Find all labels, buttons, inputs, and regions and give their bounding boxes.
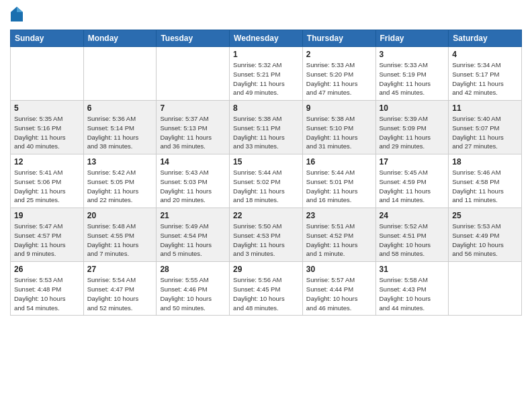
- day-info: Sunrise: 5:46 AM Sunset: 4:58 PM Dayligh…: [452, 168, 518, 205]
- calendar-cell: 14Sunrise: 5:43 AM Sunset: 5:03 PM Dayli…: [157, 154, 230, 208]
- calendar-cell: [83, 47, 157, 101]
- day-info: Sunrise: 5:38 AM Sunset: 5:11 PM Dayligh…: [233, 114, 299, 151]
- day-info: Sunrise: 5:51 AM Sunset: 4:52 PM Dayligh…: [306, 222, 372, 259]
- day-info: Sunrise: 5:39 AM Sunset: 5:09 PM Dayligh…: [380, 114, 445, 151]
- calendar-cell: 11Sunrise: 5:40 AM Sunset: 5:07 PM Dayli…: [449, 101, 522, 154]
- day-info: Sunrise: 5:35 AM Sunset: 5:16 PM Dayligh…: [14, 114, 80, 151]
- day-number: 29: [233, 265, 299, 274]
- svg-marker-1: [17, 7, 23, 12]
- day-number: 13: [87, 157, 153, 167]
- day-info: Sunrise: 5:57 AM Sunset: 4:44 PM Dayligh…: [306, 275, 372, 312]
- day-info: Sunrise: 5:33 AM Sunset: 5:20 PM Dayligh…: [306, 60, 372, 97]
- calendar-cell: 27Sunrise: 5:54 AM Sunset: 4:47 PM Dayli…: [83, 262, 157, 316]
- day-number: 25: [452, 211, 518, 220]
- day-info: Sunrise: 5:48 AM Sunset: 4:55 PM Dayligh…: [87, 222, 153, 259]
- day-number: 21: [160, 211, 226, 220]
- day-info: Sunrise: 5:44 AM Sunset: 5:01 PM Dayligh…: [306, 168, 372, 205]
- day-number: 7: [160, 103, 226, 113]
- day-info: Sunrise: 5:44 AM Sunset: 5:02 PM Dayligh…: [233, 168, 299, 205]
- day-header-thursday: Thursday: [302, 30, 375, 47]
- day-info: Sunrise: 5:54 AM Sunset: 4:47 PM Dayligh…: [87, 275, 153, 312]
- day-info: Sunrise: 5:43 AM Sunset: 5:03 PM Dayligh…: [160, 168, 226, 205]
- day-info: Sunrise: 5:50 AM Sunset: 4:53 PM Dayligh…: [233, 222, 299, 259]
- calendar-week-1: 1Sunrise: 5:32 AM Sunset: 5:21 PM Daylig…: [11, 47, 522, 101]
- day-number: 30: [306, 265, 372, 274]
- day-info: Sunrise: 5:38 AM Sunset: 5:10 PM Dayligh…: [306, 114, 372, 151]
- day-info: Sunrise: 5:47 AM Sunset: 4:57 PM Dayligh…: [14, 222, 80, 259]
- calendar-cell: 2Sunrise: 5:33 AM Sunset: 5:20 PM Daylig…: [302, 47, 375, 101]
- header: [10, 7, 522, 24]
- day-number: 17: [380, 157, 445, 167]
- day-header-monday: Monday: [83, 30, 157, 47]
- day-info: Sunrise: 5:53 AM Sunset: 4:49 PM Dayligh…: [452, 222, 518, 259]
- calendar-cell: 12Sunrise: 5:41 AM Sunset: 5:06 PM Dayli…: [11, 154, 84, 208]
- calendar-cell: 5Sunrise: 5:35 AM Sunset: 5:16 PM Daylig…: [11, 101, 84, 154]
- calendar-cell: [449, 262, 522, 316]
- calendar-week-3: 12Sunrise: 5:41 AM Sunset: 5:06 PM Dayli…: [11, 154, 522, 208]
- day-number: 28: [160, 265, 226, 274]
- calendar-cell: 21Sunrise: 5:49 AM Sunset: 4:54 PM Dayli…: [157, 208, 230, 262]
- calendar-cell: 16Sunrise: 5:44 AM Sunset: 5:01 PM Dayli…: [302, 154, 375, 208]
- calendar-cell: 1Sunrise: 5:32 AM Sunset: 5:21 PM Daylig…: [230, 47, 303, 101]
- calendar-cell: [11, 47, 84, 101]
- day-number: 15: [233, 157, 299, 167]
- day-info: Sunrise: 5:36 AM Sunset: 5:14 PM Dayligh…: [87, 114, 153, 151]
- day-info: Sunrise: 5:45 AM Sunset: 4:59 PM Dayligh…: [380, 168, 445, 205]
- day-number: 4: [452, 50, 518, 59]
- calendar-cell: 25Sunrise: 5:53 AM Sunset: 4:49 PM Dayli…: [449, 208, 522, 262]
- day-info: Sunrise: 5:56 AM Sunset: 4:45 PM Dayligh…: [233, 275, 299, 312]
- day-info: Sunrise: 5:41 AM Sunset: 5:06 PM Dayligh…: [14, 168, 80, 205]
- calendar-cell: 19Sunrise: 5:47 AM Sunset: 4:57 PM Dayli…: [11, 208, 84, 262]
- logo: [10, 7, 26, 24]
- day-info: Sunrise: 5:52 AM Sunset: 4:51 PM Dayligh…: [380, 222, 445, 259]
- calendar-cell: 22Sunrise: 5:50 AM Sunset: 4:53 PM Dayli…: [230, 208, 303, 262]
- logo-icon: [11, 7, 23, 21]
- day-number: 2: [306, 50, 372, 59]
- calendar-cell: 17Sunrise: 5:45 AM Sunset: 4:59 PM Dayli…: [375, 154, 449, 208]
- day-info: Sunrise: 5:42 AM Sunset: 5:05 PM Dayligh…: [87, 168, 153, 205]
- calendar-cell: 30Sunrise: 5:57 AM Sunset: 4:44 PM Dayli…: [302, 262, 375, 316]
- day-number: 11: [452, 103, 518, 113]
- day-info: Sunrise: 5:37 AM Sunset: 5:13 PM Dayligh…: [160, 114, 226, 151]
- calendar-cell: 29Sunrise: 5:56 AM Sunset: 4:45 PM Dayli…: [230, 262, 303, 316]
- day-info: Sunrise: 5:40 AM Sunset: 5:07 PM Dayligh…: [452, 114, 518, 151]
- calendar-cell: 13Sunrise: 5:42 AM Sunset: 5:05 PM Dayli…: [83, 154, 157, 208]
- calendar-cell: 26Sunrise: 5:53 AM Sunset: 4:48 PM Dayli…: [11, 262, 84, 316]
- day-number: 12: [14, 157, 80, 167]
- calendar-cell: 28Sunrise: 5:55 AM Sunset: 4:46 PM Dayli…: [157, 262, 230, 316]
- day-number: 27: [87, 265, 153, 274]
- day-info: Sunrise: 5:58 AM Sunset: 4:43 PM Dayligh…: [380, 275, 445, 312]
- calendar-cell: 6Sunrise: 5:36 AM Sunset: 5:14 PM Daylig…: [83, 101, 157, 154]
- day-header-wednesday: Wednesday: [230, 30, 303, 47]
- calendar-cell: 10Sunrise: 5:39 AM Sunset: 5:09 PM Dayli…: [375, 101, 449, 154]
- day-header-sunday: Sunday: [11, 30, 84, 47]
- calendar-cell: [157, 47, 230, 101]
- day-number: 24: [380, 211, 445, 220]
- day-number: 26: [14, 265, 80, 274]
- calendar-table: SundayMondayTuesdayWednesdayThursdayFrid…: [10, 30, 522, 316]
- calendar-week-5: 26Sunrise: 5:53 AM Sunset: 4:48 PM Dayli…: [11, 262, 522, 316]
- day-info: Sunrise: 5:34 AM Sunset: 5:17 PM Dayligh…: [452, 60, 518, 97]
- calendar-cell: 20Sunrise: 5:48 AM Sunset: 4:55 PM Dayli…: [83, 208, 157, 262]
- calendar-cell: 9Sunrise: 5:38 AM Sunset: 5:10 PM Daylig…: [302, 101, 375, 154]
- day-number: 10: [380, 103, 445, 113]
- day-number: 31: [380, 265, 445, 274]
- day-header-friday: Friday: [375, 30, 449, 47]
- calendar-cell: 4Sunrise: 5:34 AM Sunset: 5:17 PM Daylig…: [449, 47, 522, 101]
- day-info: Sunrise: 5:33 AM Sunset: 5:19 PM Dayligh…: [380, 60, 445, 97]
- day-info: Sunrise: 5:55 AM Sunset: 4:46 PM Dayligh…: [160, 275, 226, 312]
- day-header-saturday: Saturday: [449, 30, 522, 47]
- calendar-cell: 8Sunrise: 5:38 AM Sunset: 5:11 PM Daylig…: [230, 101, 303, 154]
- calendar-header-row: SundayMondayTuesdayWednesdayThursdayFrid…: [11, 30, 522, 47]
- calendar-cell: 18Sunrise: 5:46 AM Sunset: 4:58 PM Dayli…: [449, 154, 522, 208]
- calendar-cell: 7Sunrise: 5:37 AM Sunset: 5:13 PM Daylig…: [157, 101, 230, 154]
- calendar-cell: 15Sunrise: 5:44 AM Sunset: 5:02 PM Dayli…: [230, 154, 303, 208]
- day-number: 16: [306, 157, 372, 167]
- calendar-cell: 24Sunrise: 5:52 AM Sunset: 4:51 PM Dayli…: [375, 208, 449, 262]
- day-info: Sunrise: 5:32 AM Sunset: 5:21 PM Dayligh…: [233, 60, 299, 97]
- calendar-cell: 3Sunrise: 5:33 AM Sunset: 5:19 PM Daylig…: [375, 47, 449, 101]
- page: SundayMondayTuesdayWednesdayThursdayFrid…: [0, 0, 532, 411]
- day-number: 20: [87, 211, 153, 220]
- day-number: 23: [306, 211, 372, 220]
- day-number: 3: [380, 50, 445, 59]
